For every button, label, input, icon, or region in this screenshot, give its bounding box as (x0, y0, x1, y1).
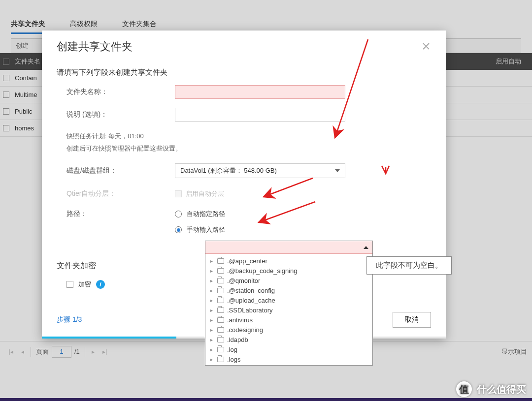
expand-icon[interactable]: ▸ (210, 327, 215, 333)
expand-icon[interactable]: ▸ (210, 268, 215, 274)
expand-icon[interactable]: ▸ (210, 317, 215, 323)
folder-icon (217, 298, 224, 303)
radio-manual-label: 手动输入路径 (187, 225, 225, 234)
radio-auto-label: 自动指定路径 (187, 210, 225, 218)
desc-input[interactable] (175, 108, 345, 122)
folder-icon (217, 308, 224, 313)
tree-item-label: .log (227, 346, 237, 353)
folder-icon (217, 327, 224, 333)
expand-icon[interactable]: ▸ (210, 347, 215, 352)
folder-icon (217, 258, 224, 264)
chevron-down-icon (335, 169, 340, 172)
tree-item[interactable]: ▸.@backup_code_signing (205, 266, 372, 276)
chevron-up-icon (364, 246, 368, 249)
radio-icon (175, 211, 182, 217)
tree-item[interactable]: ▸.@station_config (205, 285, 372, 295)
snapshot-info1: 快照任务计划: 每天，01:00 (57, 130, 431, 143)
folder-icon (217, 337, 224, 342)
radio-icon (175, 226, 182, 233)
step-indicator: 步骤 1/3 (57, 315, 82, 324)
encrypt-label: 加密 (78, 280, 91, 289)
folder-icon (217, 347, 224, 352)
tree-item[interactable]: ▸.@app_center (205, 256, 372, 266)
path-tree-popup: ▸.@app_center▸.@backup_code_signing▸.@qm… (205, 241, 373, 366)
tree-item[interactable]: ▸.log (205, 344, 372, 354)
label-disk: 磁盘/磁盘群组： (57, 166, 175, 175)
folder-icon (217, 268, 224, 274)
tree-item-label: .logs (227, 356, 240, 363)
tree-item-label: .@backup_code_signing (227, 267, 298, 275)
path-tree[interactable]: ▸.@app_center▸.@backup_code_signing▸.@qm… (205, 254, 372, 365)
qtier-checkbox (175, 190, 182, 197)
disk-select[interactable]: DataVol1 (剩余容量： 548.00 GB) (175, 163, 345, 178)
tree-item-label: .@upload_cache (227, 297, 275, 304)
folder-icon (217, 288, 224, 293)
tree-item-label: .ldapdb (227, 336, 248, 343)
label-folder-name: 文件夹名称： (57, 88, 175, 96)
tree-item[interactable]: ▸.@upload_cache (205, 295, 372, 305)
close-icon[interactable] (421, 41, 431, 53)
folder-name-input[interactable] (175, 85, 345, 99)
label-path: 路径： (57, 210, 175, 218)
tree-item-label: .@station_config (227, 287, 275, 294)
validation-tooltip: 此字段不可为空白。 (366, 256, 452, 275)
expand-icon[interactable]: ▸ (210, 308, 215, 313)
radio-manual-path[interactable]: 手动输入路径 (175, 225, 431, 234)
tree-item-label: .@app_center (227, 257, 267, 265)
radio-auto-path[interactable]: 自动指定路径 (175, 210, 431, 218)
cancel-button[interactable]: 取消 (393, 312, 431, 328)
tree-item-label: .codesigning (227, 326, 263, 334)
section-title: 请填写下列字段来创建共享文件夹 (57, 68, 431, 77)
tree-item[interactable]: ▸.@qmonitor (205, 276, 372, 285)
dialog-title: 创建共享文件夹 (57, 39, 133, 54)
tree-item[interactable]: ▸.SSDLaboratory (205, 305, 372, 315)
snapshot-info2: 创建后可在快照管理器中配置这些设置。 (57, 143, 431, 155)
tree-item-label: .@qmonitor (227, 277, 260, 284)
folder-icon (217, 317, 224, 323)
path-popup-header[interactable] (205, 241, 372, 254)
expand-icon[interactable]: ▸ (210, 357, 215, 362)
tree-item[interactable]: ▸.codesigning (205, 325, 372, 335)
expand-icon[interactable]: ▸ (210, 298, 215, 303)
expand-icon[interactable]: ▸ (210, 258, 215, 264)
folder-icon (217, 278, 224, 283)
label-qtier: Qtier自动分层： (57, 189, 175, 198)
info-icon[interactable]: i (96, 280, 105, 289)
expand-icon[interactable]: ▸ (210, 278, 215, 283)
watermark-icon: 值 (456, 381, 472, 397)
qtier-check-label: 启用自动分层 (186, 189, 224, 198)
label-desc: 说明 (选填)： (57, 110, 175, 119)
tree-item-label: .antivirus (227, 316, 253, 324)
expand-icon[interactable]: ▸ (210, 337, 215, 342)
folder-icon (217, 357, 224, 362)
watermark: 值 什么值得买 (456, 381, 526, 397)
tree-item-label: .SSDLaboratory (227, 307, 273, 314)
tree-item[interactable]: ▸.ldapdb (205, 335, 372, 344)
expand-icon[interactable]: ▸ (210, 288, 215, 293)
disk-value: DataVol1 (剩余容量： 548.00 GB) (180, 166, 277, 175)
tree-item[interactable]: ▸.antivirus (205, 315, 372, 325)
encrypt-checkbox[interactable] (66, 281, 73, 288)
watermark-text: 什么值得买 (477, 383, 526, 396)
tree-item[interactable]: ▸.logs (205, 354, 372, 364)
